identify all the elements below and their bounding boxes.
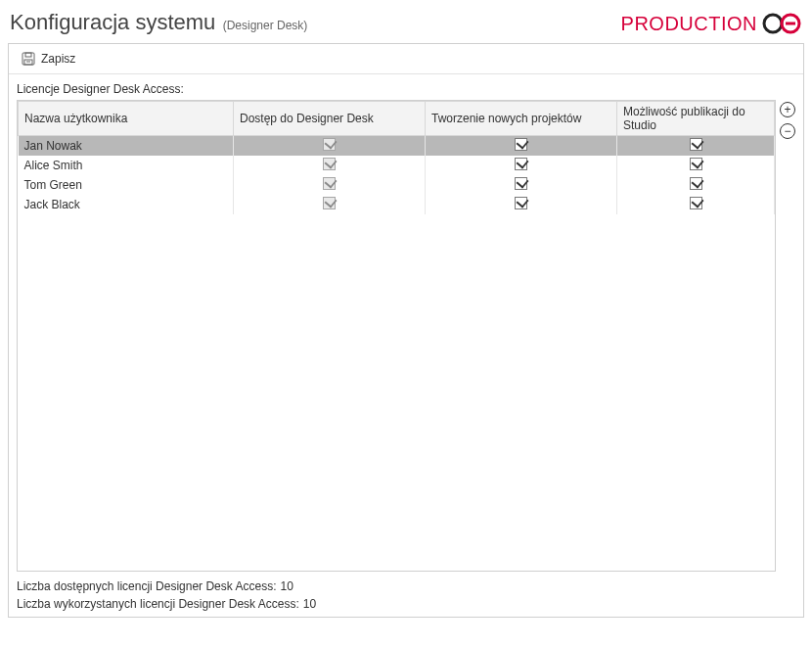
col-username[interactable]: Nazwa użytkownika [19, 102, 234, 136]
cell-create[interactable] [426, 175, 617, 195]
page-header: Konfiguracja systemu (Designer Desk) PRO… [8, 6, 804, 43]
cell-publish[interactable] [617, 136, 775, 157]
cell-publish-checkbox[interactable] [690, 177, 702, 190]
save-button[interactable]: Zapisz [17, 49, 79, 69]
cell-publish-checkbox[interactable] [690, 197, 702, 209]
cell-publish[interactable] [617, 175, 775, 195]
cell-username[interactable]: Jan Nowak [19, 136, 234, 157]
brand-logo-icon [761, 12, 802, 35]
toolbar: Zapisz [9, 44, 803, 74]
cell-create[interactable] [426, 136, 617, 157]
cell-access-checkbox [323, 158, 336, 170]
licenses-section-label: Licencje Designer Desk Access: [17, 80, 795, 100]
cell-access-checkbox [323, 177, 336, 190]
add-row-button[interactable]: + [780, 102, 795, 117]
cell-access [234, 195, 426, 214]
cell-access [234, 175, 426, 195]
cell-username[interactable]: Alice Smith [19, 156, 234, 175]
used-licenses-value: 10 [303, 597, 316, 611]
cell-create-checkbox[interactable] [515, 158, 527, 170]
cell-create-checkbox[interactable] [515, 177, 527, 190]
cell-username[interactable]: Jack Black [19, 195, 234, 214]
table-row[interactable]: Alice Smith [19, 156, 775, 175]
col-publish[interactable]: Możliwość publikacji do Studio [617, 102, 775, 136]
cell-username[interactable]: Tom Green [19, 175, 234, 195]
page-subtitle: (Designer Desk) [223, 19, 308, 32]
svg-rect-4 [25, 53, 31, 57]
col-access[interactable]: Dostęp do Designer Desk [234, 102, 426, 136]
footer: Liczba dostępnych licencji Designer Desk… [9, 576, 803, 617]
available-licenses-value: 10 [280, 579, 293, 593]
cell-create-checkbox[interactable] [515, 197, 527, 209]
cell-access-checkbox [323, 138, 336, 151]
licenses-grid[interactable]: Nazwa użytkownika Dostęp do Designer Des… [17, 100, 776, 572]
cell-publish[interactable] [617, 195, 775, 214]
cell-create[interactable] [426, 195, 617, 214]
available-licenses-label: Liczba dostępnych licencji Designer Desk… [17, 579, 276, 593]
brand-block: PRODUCTION [621, 12, 802, 35]
main-panel: Zapisz Licencje Designer Desk Access: [8, 43, 804, 618]
used-licenses-label: Liczba wykorzystanych licencji Designer … [17, 597, 299, 611]
table-row[interactable]: Jack Black [19, 195, 775, 214]
cell-access [234, 156, 426, 175]
save-button-label: Zapisz [41, 52, 75, 66]
licenses-section: Licencje Designer Desk Access: Nazwa uży… [9, 74, 803, 576]
minus-icon: − [784, 125, 790, 137]
svg-point-0 [764, 15, 782, 32]
cell-publish[interactable] [617, 156, 775, 175]
cell-create-checkbox[interactable] [515, 138, 527, 151]
cell-access-checkbox [323, 197, 336, 209]
col-create[interactable]: Tworzenie nowych projektów [426, 102, 617, 136]
table-row[interactable]: Tom Green [19, 175, 775, 195]
cell-create[interactable] [426, 156, 617, 175]
remove-row-button[interactable]: − [780, 123, 795, 139]
brand-label: PRODUCTION [621, 13, 757, 35]
table-row[interactable]: Jan Nowak [19, 136, 775, 157]
save-icon [21, 51, 36, 67]
table-header-row: Nazwa użytkownika Dostęp do Designer Des… [19, 102, 775, 136]
page-title: Konfiguracja systemu [10, 10, 215, 34]
cell-publish-checkbox[interactable] [690, 138, 702, 151]
cell-access [234, 136, 426, 157]
grid-actions: + − [776, 100, 795, 139]
plus-icon: + [784, 104, 790, 116]
cell-publish-checkbox[interactable] [690, 158, 702, 170]
